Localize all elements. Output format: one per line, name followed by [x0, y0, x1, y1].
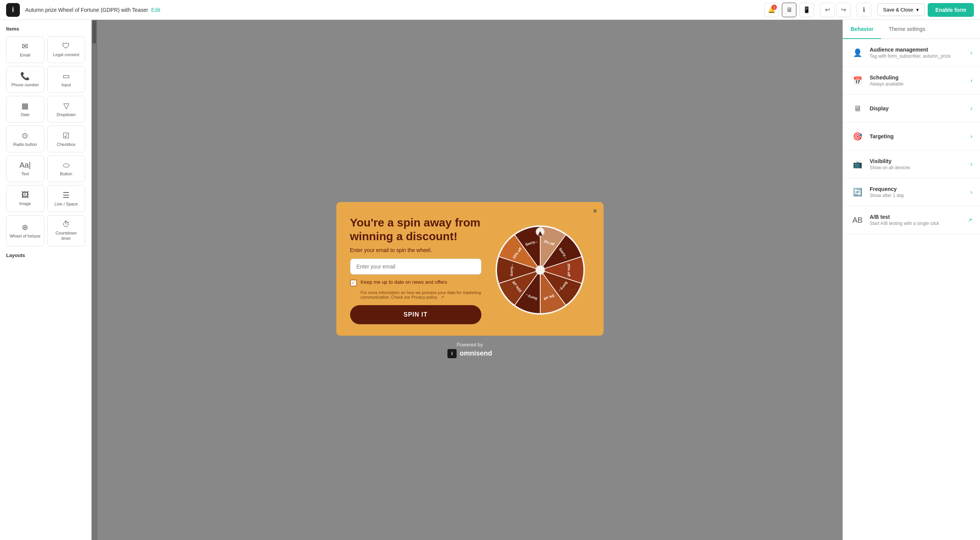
popup-close-button[interactable]: × — [593, 207, 597, 215]
tab-behavior[interactable]: Behavior — [843, 20, 881, 39]
desktop-view-button[interactable]: 🖥 — [782, 3, 796, 17]
consent-label: Keep me up to date on news and offers — [361, 279, 447, 285]
visibility-title: Visibility — [870, 158, 970, 164]
canvas-area: × You're a spin away from winning a disc… — [92, 20, 843, 540]
dropdown-label: Dropdown — [57, 112, 76, 117]
wheel-of-fortune-icon: ⊛ — [22, 223, 28, 232]
powered-by-logo: i omnisend — [336, 349, 604, 358]
radio-button-icon: ⊙ — [22, 131, 28, 140]
undo-button[interactable]: ↩ — [820, 3, 835, 17]
behavior-item-frequency[interactable]: 🔄 Frequency Show after 1 day › — [843, 178, 980, 206]
email-input[interactable] — [350, 259, 481, 275]
sidebar-item-wheel-of-fortune[interactable]: ⊛ Wheel of fortune — [6, 215, 44, 246]
sidebar-item-countdown-timer[interactable]: ⏱ Countdown timer — [47, 215, 86, 246]
omnisend-logo-icon: i — [447, 349, 457, 358]
page-title: Autumn prize Wheel of Fortune (GDPR) wit… — [25, 7, 148, 13]
legal-consent-label: Legal consent — [53, 52, 79, 57]
items-grid: ✉ Email🛡 Legal consent📞 Phone number▭ In… — [6, 36, 85, 246]
behavior-item-visibility[interactable]: 📺 Visibility Show on all devices › — [843, 150, 980, 178]
left-sidebar: Items ✉ Email🛡 Legal consent📞 Phone numb… — [0, 20, 92, 540]
frequency-subtitle: Show after 1 day — [870, 193, 970, 198]
sidebar-item-radio-button[interactable]: ⊙ Radio button — [6, 126, 44, 152]
email-label: Email — [20, 52, 31, 58]
targeting-title: Targeting — [870, 133, 970, 139]
audience-management-subtitle: Tag with form_subscriber, autumn_prize — [870, 53, 970, 59]
date-icon: ▦ — [21, 101, 29, 110]
consent-checkbox[interactable]: ✓ — [350, 280, 357, 286]
dropdown-icon: ▽ — [63, 101, 69, 110]
text-icon: Aa| — [19, 161, 31, 170]
frequency-icon: 🔄 — [851, 185, 864, 199]
sidebar-item-email[interactable]: ✉ Email — [6, 36, 44, 63]
svg-text:Sorry...: Sorry... — [509, 264, 513, 276]
countdown-timer-icon: ⏱ — [62, 220, 70, 229]
behavior-panel: 👤 Audience management Tag with form_subs… — [843, 39, 980, 234]
logo: i — [6, 3, 20, 17]
omnisend-brand: omnisend — [460, 349, 492, 357]
frequency-title: Frequency — [870, 186, 970, 192]
phone-number-icon: 📞 — [20, 71, 30, 81]
line-space-label: Line / Space — [55, 201, 78, 207]
save-close-button[interactable]: Save & Close ▾ — [877, 3, 925, 16]
display-title: Display — [870, 105, 970, 112]
button-label: Button — [60, 171, 72, 176]
legal-consent-icon: 🛡 — [62, 42, 70, 50]
tab-theme-settings[interactable]: Theme settings — [881, 20, 933, 39]
sidebar-item-phone-number[interactable]: 📞 Phone number — [6, 66, 44, 93]
spin-button[interactable]: SPIN IT — [350, 305, 481, 324]
behavior-item-audience-management[interactable]: 👤 Audience management Tag with form_subs… — [843, 39, 980, 67]
save-dropdown-arrow: ▾ — [916, 7, 919, 13]
sidebar-item-image[interactable]: 🖼 Image — [6, 185, 44, 212]
sidebar-item-button[interactable]: ⬭ Button — [47, 155, 86, 182]
visibility-arrow: › — [970, 161, 972, 168]
input-label: Input — [61, 82, 71, 87]
mobile-view-button[interactable]: 📱 — [799, 3, 814, 17]
scrollbar-thumb — [92, 21, 96, 44]
radio-button-label: Radio button — [13, 142, 37, 147]
right-sidebar: BehaviorTheme settings 👤 Audience manage… — [843, 20, 980, 540]
topbar: i Autumn prize Wheel of Fortune (GDPR) w… — [0, 0, 980, 20]
ab-test-icon: AB — [851, 213, 864, 227]
sidebar-item-dropdown[interactable]: ▽ Dropdown — [47, 96, 86, 123]
behavior-item-scheduling[interactable]: 📅 Scheduling Always available › — [843, 67, 980, 95]
behavior-item-display[interactable]: 🖥 Display › — [843, 95, 980, 123]
enable-form-button[interactable]: Enable form — [928, 3, 974, 17]
wheel-of-fortune-label: Wheel of fortune — [10, 233, 40, 239]
line-space-icon: ☰ — [63, 191, 69, 200]
popup-subtitle: Enter your email to spin the wheel. — [350, 247, 481, 253]
info-button[interactable]: ℹ — [857, 3, 871, 17]
sidebar-item-line-space[interactable]: ☰ Line / Space — [47, 185, 86, 212]
scheduling-arrow: › — [970, 77, 972, 84]
scheduling-title: Scheduling — [870, 74, 970, 81]
edit-link[interactable]: Edit — [151, 7, 160, 13]
svg-text:20% off: 20% off — [567, 263, 571, 276]
main-area: Items ✉ Email🛡 Legal consent📞 Phone numb… — [0, 20, 980, 540]
sidebar-item-checkbox[interactable]: ☑ Checkbox — [47, 126, 86, 152]
sidebar-item-date[interactable]: ▦ Date — [6, 96, 44, 123]
email-icon: ✉ — [22, 42, 28, 51]
sidebar-item-legal-consent[interactable]: 🛡 Legal consent — [47, 36, 86, 63]
ab-test-title: A/B test — [870, 214, 968, 220]
redo-button[interactable]: ↪ — [836, 3, 851, 17]
targeting-icon: 🎯 — [851, 129, 864, 143]
popup-wrapper: × You're a spin away from winning a disc… — [336, 202, 604, 358]
audience-management-title: Audience management — [870, 47, 970, 53]
behavior-item-ab-test[interactable]: AB A/B test Start A/B testing with a sin… — [843, 206, 980, 234]
phone-number-label: Phone number — [11, 82, 39, 87]
sidebar-item-text[interactable]: Aa| Text — [6, 155, 44, 182]
popup-right-panel: 3% offSorry...20% offSorry...5% offSorry… — [491, 216, 590, 324]
audience-management-arrow: › — [970, 49, 972, 56]
right-tabs: BehaviorTheme settings — [843, 20, 980, 39]
behavior-item-targeting[interactable]: 🎯 Targeting › — [843, 123, 980, 150]
external-link-icon: ↗ — [441, 295, 444, 299]
items-section-title: Items — [6, 26, 85, 32]
privacy-text: For more information on how we process y… — [361, 290, 481, 300]
sidebar-item-input[interactable]: ▭ Input — [47, 66, 86, 93]
notification-button[interactable]: 🔔 1 — [764, 3, 779, 17]
frequency-arrow: › — [970, 189, 972, 196]
popup-title: You're a spin away from winning a discou… — [350, 216, 481, 243]
canvas-scrollbar[interactable] — [92, 20, 97, 540]
image-label: Image — [19, 201, 31, 206]
audience-management-icon: 👤 — [851, 46, 864, 60]
layouts-section-title: Layouts — [6, 252, 85, 258]
